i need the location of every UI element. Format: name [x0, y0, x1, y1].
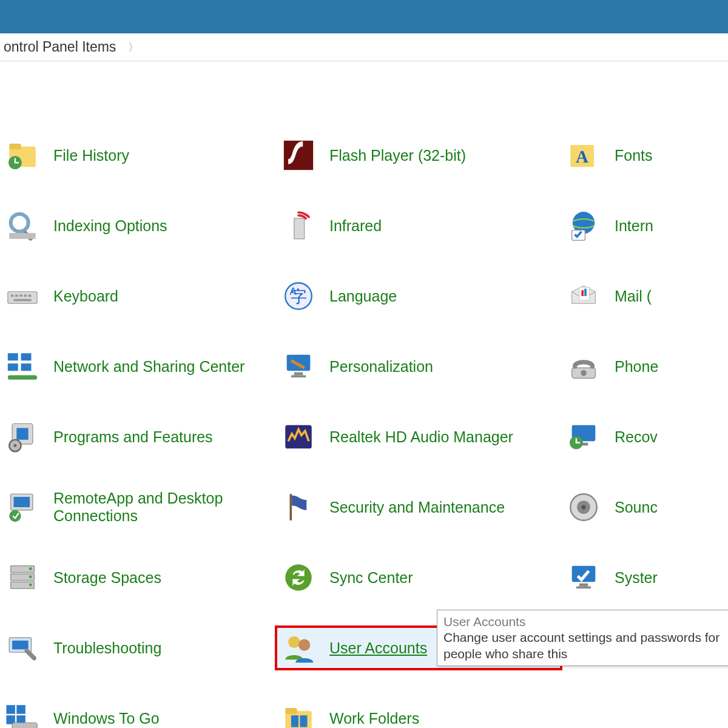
item-keyboard[interactable]: Keyboard: [0, 275, 276, 317]
svg-rect-65: [16, 705, 25, 714]
item-sound[interactable]: Sounc: [561, 486, 728, 528]
svg-rect-23: [581, 290, 584, 296]
item-file-history[interactable]: File History: [0, 134, 276, 177]
item-label: Programs and Features: [53, 428, 213, 446]
item-label: Troubleshooting: [53, 639, 161, 657]
svg-rect-27: [8, 363, 18, 371]
breadcrumb-current[interactable]: ontrol Panel Items: [0, 39, 120, 55]
item-network-sharing[interactable]: Network and Sharing Center: [0, 345, 276, 388]
item-label: Work Folders: [329, 710, 419, 727]
item-remoteapp[interactable]: RemoteApp and Desktop Connections: [0, 486, 276, 528]
breadcrumb-bar[interactable]: ontrol Panel Items 〉: [0, 33, 728, 61]
realtek-icon: [280, 418, 317, 456]
item-label: Infrared: [329, 217, 382, 235]
svg-point-6: [11, 214, 29, 232]
svg-rect-13: [11, 295, 14, 297]
tooltip-body: Change user account settings and passwor…: [443, 630, 728, 662]
svg-rect-9: [294, 218, 305, 239]
flash-icon: [280, 136, 317, 174]
personalization-icon: [280, 348, 317, 385]
svg-point-62: [288, 636, 300, 648]
item-fonts[interactable]: A Fonts: [561, 134, 728, 177]
svg-rect-1: [9, 144, 21, 150]
item-label: Security and Maintenance: [329, 499, 505, 516]
item-programs-features[interactable]: Programs and Features: [0, 416, 276, 458]
item-work-folders[interactable]: Work Folders: [276, 697, 561, 728]
item-windows-to-go[interactable]: Windows To Go: [0, 697, 276, 728]
item-label: Intern: [615, 217, 653, 235]
item-flash-player[interactable]: Flash Player (32-bit): [276, 134, 561, 177]
chevron-right-icon[interactable]: 〉: [120, 40, 147, 55]
item-language[interactable]: 字A Language: [276, 275, 561, 317]
svg-point-56: [285, 564, 312, 591]
svg-rect-36: [16, 428, 28, 440]
svg-point-53: [29, 567, 32, 570]
storage-icon: [4, 559, 41, 596]
tooltip-user-accounts: User Accounts Change user account settin…: [437, 610, 728, 666]
network-icon: [4, 348, 41, 385]
svg-point-38: [14, 444, 17, 447]
item-security-maintenance[interactable]: Security and Maintenance: [276, 486, 561, 528]
svg-point-34: [581, 370, 587, 376]
system-icon: [565, 559, 602, 596]
item-infrared[interactable]: Infrared: [276, 204, 561, 247]
item-label: Syster: [615, 569, 658, 587]
work-folders-icon: [280, 699, 317, 728]
svg-rect-24: [584, 289, 587, 296]
globe-options-icon: [565, 207, 602, 244]
svg-rect-72: [300, 715, 307, 727]
item-internet-options[interactable]: Intern: [561, 204, 728, 247]
item-label: RemoteApp and Desktop Connections: [53, 490, 248, 525]
item-sync-center[interactable]: Sync Center: [276, 556, 561, 599]
svg-rect-16: [24, 295, 27, 297]
svg-point-55: [29, 584, 32, 587]
svg-rect-32: [291, 376, 306, 378]
svg-rect-31: [294, 372, 303, 376]
item-label: User Accounts: [329, 639, 427, 657]
empty-cell: [561, 697, 728, 728]
item-label: Windows To Go: [53, 710, 160, 727]
item-label: Flash Player (32-bit): [329, 147, 466, 164]
item-label: Keyboard: [53, 288, 118, 305]
item-phone-modem[interactable]: Phone: [561, 345, 728, 388]
item-storage-spaces[interactable]: Storage Spaces: [0, 556, 276, 599]
svg-rect-14: [15, 295, 18, 297]
item-system[interactable]: Syster: [561, 556, 728, 599]
svg-rect-46: [290, 494, 292, 521]
item-recovery[interactable]: Recov: [561, 416, 728, 458]
magnifier-icon: [4, 207, 41, 244]
language-icon: 字A: [280, 277, 317, 315]
svg-rect-28: [21, 363, 32, 371]
svg-text:A: A: [290, 286, 297, 297]
recovery-icon: [565, 418, 602, 456]
svg-rect-68: [12, 723, 37, 728]
item-label: Recov: [615, 428, 658, 446]
svg-point-63: [298, 639, 310, 651]
svg-rect-15: [19, 295, 22, 297]
svg-rect-18: [14, 299, 32, 302]
svg-rect-64: [6, 705, 15, 714]
mail-icon: [565, 277, 602, 315]
item-label: Mail (: [615, 288, 652, 305]
svg-rect-30: [287, 355, 311, 371]
item-realtek-audio[interactable]: Realtek HD Audio Manager: [276, 416, 561, 458]
item-label: Sync Center: [329, 569, 413, 587]
item-troubleshooting[interactable]: Troubleshooting: [0, 627, 276, 669]
item-indexing-options[interactable]: Indexing Options: [0, 204, 276, 247]
item-label: File History: [53, 147, 129, 164]
item-personalization[interactable]: Personalization: [276, 345, 561, 388]
svg-rect-57: [572, 566, 596, 582]
svg-rect-61: [12, 641, 29, 650]
item-label: Fonts: [615, 147, 653, 164]
svg-rect-26: [21, 353, 32, 360]
item-mail[interactable]: Mail (: [561, 275, 728, 317]
keyboard-icon: [4, 277, 41, 315]
phone-icon: [565, 348, 602, 385]
user-accounts-icon: [280, 629, 317, 667]
item-label: Language: [329, 288, 397, 305]
tooltip-title: User Accounts: [443, 614, 728, 630]
speaker-icon: [565, 488, 602, 526]
item-label: Indexing Options: [53, 217, 167, 235]
svg-rect-58: [579, 584, 588, 587]
svg-rect-44: [14, 497, 30, 507]
